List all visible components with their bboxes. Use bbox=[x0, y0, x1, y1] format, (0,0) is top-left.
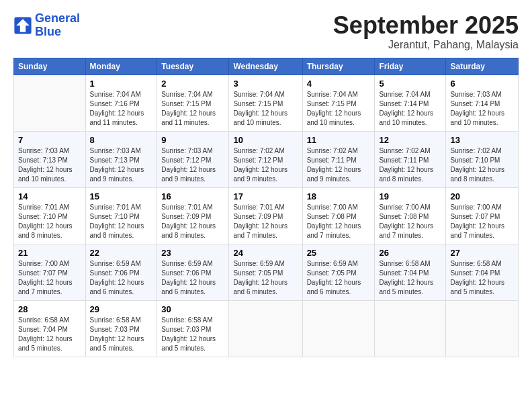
day-info: Sunrise: 6:58 AMSunset: 7:04 PMDaylight:… bbox=[450, 259, 514, 297]
calendar-cell: 13Sunrise: 7:02 AMSunset: 7:10 PMDayligh… bbox=[446, 131, 519, 187]
day-number: 10 bbox=[233, 135, 298, 145]
day-info: Sunrise: 6:58 AMSunset: 7:03 PMDaylight:… bbox=[90, 316, 153, 353]
day-header-wednesday: Wednesday bbox=[229, 58, 302, 75]
day-info: Sunrise: 7:01 AMSunset: 7:09 PMDaylight:… bbox=[161, 203, 224, 240]
day-number: 28 bbox=[18, 304, 81, 314]
day-header-thursday: Thursday bbox=[302, 58, 375, 75]
day-number: 18 bbox=[307, 191, 371, 201]
day-number: 25 bbox=[307, 248, 371, 258]
day-header-saturday: Saturday bbox=[446, 58, 519, 75]
day-info: Sunrise: 7:00 AMSunset: 7:08 PMDaylight:… bbox=[379, 203, 441, 240]
calendar-cell: 5Sunrise: 7:04 AMSunset: 7:14 PMDaylight… bbox=[375, 75, 446, 131]
day-info: Sunrise: 6:58 AMSunset: 7:03 PMDaylight:… bbox=[161, 316, 224, 353]
day-number: 16 bbox=[161, 191, 224, 201]
day-number: 4 bbox=[307, 79, 371, 89]
day-number: 2 bbox=[161, 79, 224, 89]
calendar-cell: 18Sunrise: 7:00 AMSunset: 7:08 PMDayligh… bbox=[302, 187, 375, 244]
day-info: Sunrise: 7:03 AMSunset: 7:13 PMDaylight:… bbox=[18, 146, 81, 184]
day-number: 13 bbox=[450, 135, 514, 145]
calendar-cell: 22Sunrise: 6:59 AMSunset: 7:06 PMDayligh… bbox=[85, 244, 157, 300]
day-number: 8 bbox=[90, 135, 153, 145]
day-header-monday: Monday bbox=[85, 58, 157, 75]
day-header-friday: Friday bbox=[375, 58, 446, 75]
calendar-cell: 3Sunrise: 7:04 AMSunset: 7:15 PMDaylight… bbox=[229, 75, 302, 131]
day-info: Sunrise: 7:04 AMSunset: 7:15 PMDaylight:… bbox=[307, 90, 371, 128]
day-header-tuesday: Tuesday bbox=[157, 58, 229, 75]
day-number: 9 bbox=[161, 135, 224, 145]
day-info: Sunrise: 7:00 AMSunset: 7:07 PMDaylight:… bbox=[450, 203, 514, 240]
calendar-week-row: 14Sunrise: 7:01 AMSunset: 7:10 PMDayligh… bbox=[14, 187, 519, 244]
calendar-cell: 19Sunrise: 7:00 AMSunset: 7:08 PMDayligh… bbox=[375, 187, 446, 244]
calendar-week-row: 7Sunrise: 7:03 AMSunset: 7:13 PMDaylight… bbox=[14, 131, 519, 187]
day-info: Sunrise: 7:00 AMSunset: 7:07 PMDaylight:… bbox=[18, 259, 81, 297]
calendar-week-row: 28Sunrise: 6:58 AMSunset: 7:04 PMDayligh… bbox=[14, 300, 519, 357]
calendar-cell: 24Sunrise: 6:59 AMSunset: 7:05 PMDayligh… bbox=[229, 244, 302, 300]
day-number: 29 bbox=[90, 304, 153, 314]
location-title: Jerantut, Pahang, Malaysia bbox=[333, 39, 519, 51]
day-number: 21 bbox=[18, 248, 81, 258]
calendar-cell: 20Sunrise: 7:00 AMSunset: 7:07 PMDayligh… bbox=[446, 187, 519, 244]
day-number: 19 bbox=[379, 191, 441, 201]
day-number: 5 bbox=[379, 79, 441, 89]
day-number: 17 bbox=[233, 191, 298, 201]
day-info: Sunrise: 7:01 AMSunset: 7:10 PMDaylight:… bbox=[18, 203, 81, 240]
calendar-cell: 29Sunrise: 6:58 AMSunset: 7:03 PMDayligh… bbox=[85, 300, 157, 357]
calendar-cell: 7Sunrise: 7:03 AMSunset: 7:13 PMDaylight… bbox=[14, 131, 86, 187]
calendar-cell: 30Sunrise: 6:58 AMSunset: 7:03 PMDayligh… bbox=[157, 300, 229, 357]
logo-icon bbox=[13, 16, 32, 35]
logo-text: General Blue bbox=[35, 12, 80, 39]
day-info: Sunrise: 7:04 AMSunset: 7:15 PMDaylight:… bbox=[161, 90, 224, 128]
calendar-header-row: SundayMondayTuesdayWednesdayThursdayFrid… bbox=[14, 58, 519, 75]
calendar-table: SundayMondayTuesdayWednesdayThursdayFrid… bbox=[13, 58, 519, 357]
calendar-cell: 11Sunrise: 7:02 AMSunset: 7:11 PMDayligh… bbox=[302, 131, 375, 187]
logo: General Blue bbox=[13, 12, 80, 39]
day-info: Sunrise: 7:03 AMSunset: 7:12 PMDaylight:… bbox=[161, 146, 224, 184]
calendar-week-row: 21Sunrise: 7:00 AMSunset: 7:07 PMDayligh… bbox=[14, 244, 519, 300]
day-number: 30 bbox=[161, 304, 224, 314]
day-info: Sunrise: 7:02 AMSunset: 7:11 PMDaylight:… bbox=[379, 146, 441, 184]
day-number: 26 bbox=[379, 248, 441, 258]
day-info: Sunrise: 6:58 AMSunset: 7:04 PMDaylight:… bbox=[18, 316, 81, 353]
calendar-cell bbox=[229, 300, 302, 357]
calendar-cell: 8Sunrise: 7:03 AMSunset: 7:13 PMDaylight… bbox=[85, 131, 157, 187]
logo-text1: General bbox=[35, 12, 80, 26]
day-info: Sunrise: 7:04 AMSunset: 7:15 PMDaylight:… bbox=[233, 90, 298, 128]
day-number: 27 bbox=[450, 248, 514, 258]
day-info: Sunrise: 7:02 AMSunset: 7:11 PMDaylight:… bbox=[307, 146, 371, 184]
day-info: Sunrise: 6:58 AMSunset: 7:04 PMDaylight:… bbox=[379, 259, 441, 297]
day-number: 1 bbox=[90, 79, 153, 89]
calendar-cell: 4Sunrise: 7:04 AMSunset: 7:15 PMDaylight… bbox=[302, 75, 375, 131]
day-number: 6 bbox=[450, 79, 514, 89]
title-area: September 2025 Jerantut, Pahang, Malaysi… bbox=[333, 12, 519, 51]
header: General Blue September 2025 Jerantut, Pa… bbox=[13, 12, 519, 51]
calendar-cell bbox=[375, 300, 446, 357]
calendar-cell: 6Sunrise: 7:03 AMSunset: 7:14 PMDaylight… bbox=[446, 75, 519, 131]
calendar-cell: 12Sunrise: 7:02 AMSunset: 7:11 PMDayligh… bbox=[375, 131, 446, 187]
day-header-sunday: Sunday bbox=[14, 58, 86, 75]
day-info: Sunrise: 7:01 AMSunset: 7:10 PMDaylight:… bbox=[90, 203, 153, 240]
day-info: Sunrise: 6:59 AMSunset: 7:05 PMDaylight:… bbox=[307, 259, 371, 297]
day-info: Sunrise: 7:00 AMSunset: 7:08 PMDaylight:… bbox=[307, 203, 371, 240]
calendar-week-row: 1Sunrise: 7:04 AMSunset: 7:16 PMDaylight… bbox=[14, 75, 519, 131]
calendar-cell: 26Sunrise: 6:58 AMSunset: 7:04 PMDayligh… bbox=[375, 244, 446, 300]
day-info: Sunrise: 7:01 AMSunset: 7:09 PMDaylight:… bbox=[233, 203, 298, 240]
calendar-cell: 27Sunrise: 6:58 AMSunset: 7:04 PMDayligh… bbox=[446, 244, 519, 300]
calendar-cell: 10Sunrise: 7:02 AMSunset: 7:12 PMDayligh… bbox=[229, 131, 302, 187]
calendar-cell: 25Sunrise: 6:59 AMSunset: 7:05 PMDayligh… bbox=[302, 244, 375, 300]
day-number: 3 bbox=[233, 79, 298, 89]
calendar-cell: 21Sunrise: 7:00 AMSunset: 7:07 PMDayligh… bbox=[14, 244, 86, 300]
day-info: Sunrise: 6:59 AMSunset: 7:06 PMDaylight:… bbox=[90, 259, 153, 297]
calendar-cell: 16Sunrise: 7:01 AMSunset: 7:09 PMDayligh… bbox=[157, 187, 229, 244]
day-number: 7 bbox=[18, 135, 81, 145]
calendar-cell: 9Sunrise: 7:03 AMSunset: 7:12 PMDaylight… bbox=[157, 131, 229, 187]
day-number: 12 bbox=[379, 135, 441, 145]
day-info: Sunrise: 7:02 AMSunset: 7:10 PMDaylight:… bbox=[450, 146, 514, 184]
calendar-cell bbox=[14, 75, 86, 131]
day-info: Sunrise: 7:04 AMSunset: 7:14 PMDaylight:… bbox=[379, 90, 441, 128]
calendar-cell: 17Sunrise: 7:01 AMSunset: 7:09 PMDayligh… bbox=[229, 187, 302, 244]
day-number: 20 bbox=[450, 191, 514, 201]
calendar-cell: 23Sunrise: 6:59 AMSunset: 7:06 PMDayligh… bbox=[157, 244, 229, 300]
month-title: September 2025 bbox=[333, 12, 519, 39]
calendar-cell: 1Sunrise: 7:04 AMSunset: 7:16 PMDaylight… bbox=[85, 75, 157, 131]
calendar-cell: 14Sunrise: 7:01 AMSunset: 7:10 PMDayligh… bbox=[14, 187, 86, 244]
